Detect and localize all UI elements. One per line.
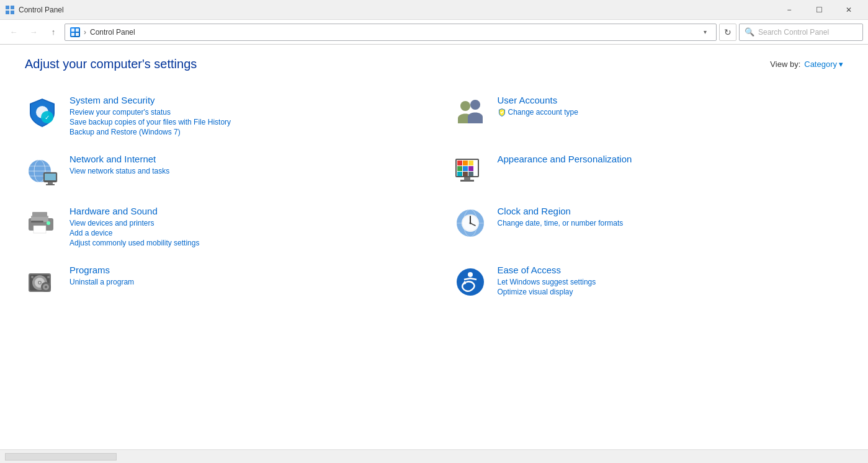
maximize-button[interactable]: ☐ bbox=[805, 0, 833, 20]
svg-point-61 bbox=[468, 272, 473, 277]
hardware-name[interactable]: Hardware and Sound bbox=[69, 206, 416, 216]
close-button[interactable]: ✕ bbox=[834, 0, 863, 20]
svg-point-54 bbox=[39, 282, 41, 284]
link-mobility-settings[interactable]: Adjust commonly used mobility settings bbox=[69, 239, 416, 247]
svg-text:✓: ✓ bbox=[45, 114, 50, 121]
svg-rect-29 bbox=[468, 166, 473, 171]
link-backup-restore[interactable]: Backup and Restore (Windows 7) bbox=[69, 128, 416, 136]
network-icon bbox=[25, 154, 60, 188]
appearance-icon bbox=[453, 154, 488, 188]
system-security-name[interactable]: System and Security bbox=[69, 95, 416, 105]
svg-point-39 bbox=[47, 221, 50, 225]
svg-rect-0 bbox=[6, 6, 9, 9]
refresh-button[interactable]: ↻ bbox=[719, 24, 736, 41]
svg-rect-3 bbox=[11, 11, 14, 14]
network-name[interactable]: Network and Internet bbox=[69, 154, 416, 164]
link-optimize-display[interactable]: Optimize visual display bbox=[498, 288, 844, 296]
user-accounts-name[interactable]: User Accounts bbox=[498, 95, 844, 105]
category-hardware[interactable]: Hardware and Sound View devices and prin… bbox=[25, 197, 416, 256]
svg-rect-6 bbox=[71, 33, 74, 36]
svg-rect-28 bbox=[463, 166, 468, 171]
category-ease-access[interactable]: Ease of Access Let Windows suggest setti… bbox=[453, 256, 844, 308]
link-windows-suggest[interactable]: Let Windows suggest settings bbox=[498, 278, 844, 286]
link-date-time[interactable]: Change date, time, or number formats bbox=[498, 219, 844, 227]
programs-text: Programs Uninstall a program bbox=[69, 265, 416, 286]
clock-icon bbox=[453, 206, 488, 240]
address-dropdown-arrow[interactable]: ▾ bbox=[699, 24, 711, 40]
user-accounts-icon bbox=[453, 95, 488, 130]
svg-rect-31 bbox=[463, 172, 468, 176]
link-file-history[interactable]: Save backup copies of your files with Fi… bbox=[69, 118, 416, 126]
svg-rect-19 bbox=[45, 174, 56, 180]
link-review-status[interactable]: Review your computer's status bbox=[69, 108, 416, 117]
svg-rect-34 bbox=[460, 180, 474, 182]
svg-rect-37 bbox=[32, 212, 47, 217]
up-button[interactable]: ↑ bbox=[45, 24, 62, 41]
svg-rect-25 bbox=[463, 161, 468, 165]
link-add-device[interactable]: Add a device bbox=[69, 229, 416, 237]
hardware-text: Hardware and Sound View devices and prin… bbox=[69, 206, 416, 247]
svg-rect-40 bbox=[31, 221, 43, 223]
svg-point-11 bbox=[460, 101, 470, 111]
categories-grid: ✓ System and Security Review your comput… bbox=[25, 86, 843, 308]
svg-rect-32 bbox=[468, 172, 473, 176]
address-field[interactable]: › Control Panel ▾ bbox=[65, 24, 717, 41]
svg-rect-7 bbox=[76, 33, 79, 36]
user-accounts-text: User Accounts Change account type bbox=[498, 95, 844, 117]
category-user-accounts[interactable]: User Accounts Change account type bbox=[453, 86, 844, 145]
appearance-name[interactable]: Appearance and Personalization bbox=[498, 154, 844, 164]
window-title: Control Panel bbox=[19, 6, 775, 14]
svg-point-59 bbox=[45, 286, 47, 288]
search-box[interactable]: 🔍 Search Control Panel bbox=[739, 24, 863, 41]
view-by-dropdown[interactable]: Category ▾ bbox=[804, 60, 843, 69]
search-placeholder: Search Control Panel bbox=[758, 28, 829, 37]
svg-point-12 bbox=[470, 100, 480, 110]
svg-rect-1 bbox=[11, 6, 14, 9]
address-cp-icon bbox=[70, 27, 80, 37]
category-programs[interactable]: Programs Uninstall a program bbox=[25, 256, 416, 308]
address-text: Control Panel bbox=[90, 28, 695, 37]
category-clock[interactable]: Clock and Region Change date, time, or n… bbox=[453, 197, 844, 256]
ease-access-icon bbox=[453, 265, 488, 299]
system-security-text: System and Security Review your computer… bbox=[69, 95, 416, 136]
back-button[interactable]: ← bbox=[5, 24, 22, 41]
minimize-button[interactable]: − bbox=[775, 0, 803, 20]
page-title: Adjust your computer's settings bbox=[25, 57, 197, 71]
clock-text: Clock and Region Change date, time, or n… bbox=[498, 206, 844, 227]
link-devices-printers[interactable]: View devices and printers bbox=[69, 219, 416, 227]
programs-name[interactable]: Programs bbox=[69, 265, 416, 275]
link-change-account-type[interactable]: Change account type bbox=[498, 108, 844, 117]
svg-rect-26 bbox=[468, 161, 473, 165]
search-icon: 🔍 bbox=[745, 27, 754, 37]
svg-point-48 bbox=[469, 223, 471, 224]
svg-rect-5 bbox=[76, 29, 79, 32]
window-controls: − ☐ ✕ bbox=[775, 0, 863, 20]
link-network-status[interactable]: View network status and tasks bbox=[69, 167, 416, 175]
category-appearance[interactable]: Appearance and Personalization bbox=[453, 145, 844, 197]
system-security-icon: ✓ bbox=[25, 95, 60, 130]
svg-rect-38 bbox=[34, 226, 46, 233]
app-icon bbox=[5, 5, 15, 15]
svg-point-55 bbox=[31, 276, 34, 278]
main-content: Adjust your computer's settings View by:… bbox=[0, 45, 868, 449]
address-separator: › bbox=[84, 28, 86, 37]
ease-access-text: Ease of Access Let Windows suggest setti… bbox=[498, 265, 844, 296]
page-header: Adjust your computer's settings View by:… bbox=[25, 57, 843, 71]
category-network[interactable]: Network and Internet View network status… bbox=[25, 145, 416, 197]
forward-button[interactable]: → bbox=[25, 24, 42, 41]
svg-rect-4 bbox=[71, 29, 74, 32]
uac-shield-icon bbox=[498, 108, 506, 117]
view-by: View by: Category ▾ bbox=[770, 60, 843, 69]
svg-rect-20 bbox=[48, 182, 53, 184]
title-bar: Control Panel − ☐ ✕ bbox=[0, 0, 868, 20]
appearance-text: Appearance and Personalization bbox=[498, 154, 844, 167]
ease-access-name[interactable]: Ease of Access bbox=[498, 265, 844, 275]
svg-rect-2 bbox=[6, 11, 9, 14]
svg-rect-27 bbox=[457, 166, 462, 171]
clock-name[interactable]: Clock and Region bbox=[498, 206, 844, 216]
svg-rect-33 bbox=[464, 177, 470, 180]
svg-point-56 bbox=[47, 276, 50, 278]
link-uninstall-program[interactable]: Uninstall a program bbox=[69, 278, 416, 286]
horizontal-scrollbar[interactable] bbox=[5, 453, 117, 461]
category-system-security[interactable]: ✓ System and Security Review your comput… bbox=[25, 86, 416, 145]
